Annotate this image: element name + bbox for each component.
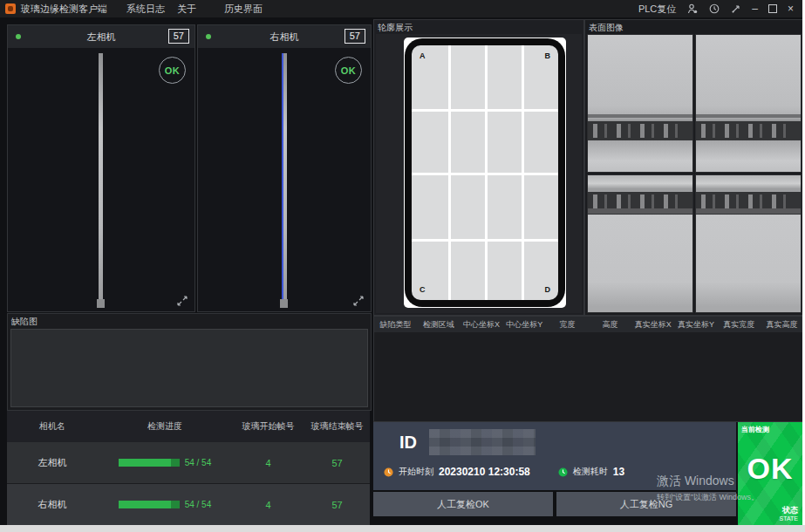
- manual-recheck-ok-button[interactable]: 人工复检OK: [373, 492, 553, 516]
- clock-icon[interactable]: [708, 3, 720, 15]
- camera-right-ok-badge: OK: [335, 57, 362, 84]
- col-height: 高度: [589, 319, 631, 331]
- camera-right-count: 57: [345, 29, 365, 44]
- surface-title: 表面图像: [589, 22, 624, 34]
- surface-image-grid: [587, 34, 802, 313]
- menu-about[interactable]: 关于: [177, 3, 196, 16]
- defect-table: 缺陷类型 检测区域 中心坐标X 中心坐标Y 宽度 高度 真实坐标X 真实坐标Y …: [373, 316, 804, 422]
- col-center-x: 中心坐标X: [460, 319, 502, 331]
- progress-value: 54 / 54: [185, 458, 212, 467]
- glass-outline: A B C D: [404, 38, 566, 308]
- camera-name: 右相机: [7, 498, 98, 511]
- resize-arrow-icon[interactable]: [730, 3, 741, 15]
- defect-image-body: [10, 329, 368, 407]
- id-value-masked: [429, 429, 536, 455]
- start-time-clock-icon: [384, 467, 393, 477]
- surface-image-panel: 表面图像: [584, 19, 804, 316]
- camera-left-header: 左相机 57: [8, 25, 194, 49]
- defect-image-panel: 缺陷图: [7, 313, 372, 411]
- progress-value: 54 / 54: [185, 500, 212, 509]
- plc-reset-button[interactable]: PLC复位: [638, 3, 676, 16]
- camera-table-header: 相机名 检测进度 玻璃开始帧号 玻璃结束帧号: [7, 411, 370, 442]
- progress-bar: [119, 459, 180, 467]
- col-progress: 检测进度: [98, 420, 232, 433]
- progress-bar: [119, 501, 180, 508]
- current-detection-label: 当前检测: [741, 425, 769, 434]
- verdict-value: OK: [738, 452, 802, 486]
- manual-recheck-ng-button[interactable]: 人工复检NG: [556, 492, 736, 516]
- camera-right-label: 右相机: [270, 31, 299, 44]
- user-settings-icon[interactable]: [686, 3, 698, 15]
- expand-icon[interactable]: [177, 296, 188, 306]
- id-label: ID: [399, 433, 417, 453]
- surface-image-top-left[interactable]: [587, 34, 693, 173]
- camera-panel-left: 左相机 57 OK: [7, 24, 195, 312]
- glass-edge-foot: [280, 299, 288, 308]
- corner-label-d: D: [545, 285, 551, 294]
- glass-edge-strip: [282, 53, 287, 303]
- app-window: 玻璃边缘检测客户端 系统日志 关于 历史界面 PLC复位 – × 左相机 57: [0, 0, 802, 525]
- result-info-panel: ID 开始时刻 20230210 12:30:58 检测耗时 13: [373, 422, 736, 490]
- col-center-y: 中心坐标Y: [503, 319, 546, 331]
- col-camera-name: 相机名: [7, 420, 98, 433]
- state-label-en: STATE: [779, 515, 798, 522]
- col-real-x: 真实坐标X: [631, 319, 674, 331]
- menu-history[interactable]: 历史界面: [224, 3, 263, 16]
- col-width: 宽度: [546, 319, 589, 331]
- glass-frame: A B C D: [405, 38, 565, 307]
- start-time-value: 20230210 12:30:58: [439, 466, 530, 478]
- defect-table-header: 缺陷类型 检测区域 中心坐标X 中心坐标Y 宽度 高度 真实坐标X 真实坐标Y …: [374, 317, 803, 332]
- glass-surface-grid: A B C D: [412, 45, 558, 300]
- table-row[interactable]: 右相机 54 / 54 4 57: [7, 484, 370, 525]
- surface-image-top-right[interactable]: [695, 34, 802, 173]
- end-frame-value: 57: [304, 500, 370, 510]
- table-row[interactable]: 左相机 54 / 54 4 57: [7, 442, 370, 483]
- col-real-height: 真实高度: [761, 319, 803, 331]
- camera-left-label: 左相机: [87, 31, 116, 44]
- glass-edge-foot: [97, 299, 105, 308]
- col-defect-type: 缺陷类型: [374, 319, 417, 331]
- camera-right-header: 右相机 57: [198, 25, 371, 49]
- contour-body[interactable]: A B C D: [376, 34, 582, 313]
- corner-label-c: C: [420, 285, 426, 294]
- verdict-panel: 当前检测 OK 状态 STATE: [738, 422, 802, 525]
- expand-icon[interactable]: [353, 296, 364, 306]
- camera-left-view[interactable]: OK: [8, 48, 194, 311]
- grid-line: [412, 239, 558, 242]
- start-frame-value: 4: [232, 458, 304, 468]
- col-real-width: 真实宽度: [718, 319, 761, 331]
- titlebar: 玻璃边缘检测客户端 系统日志 关于 历史界面 PLC复位 – ×: [0, 0, 802, 17]
- status-dot-icon: [206, 34, 211, 39]
- app-logo-icon: [5, 3, 16, 14]
- camera-left-count: 57: [168, 29, 189, 44]
- maximize-button[interactable]: [768, 4, 777, 13]
- elapsed-label: 检测耗时: [573, 466, 608, 478]
- camera-right-view[interactable]: OK: [198, 48, 371, 311]
- grid-line: [412, 173, 558, 175]
- camera-progress-table: 相机名 检测进度 玻璃开始帧号 玻璃结束帧号 左相机 54 / 54 4 57 …: [7, 411, 370, 525]
- glass-edge-strip: [99, 53, 103, 303]
- corner-label-a: A: [420, 51, 426, 60]
- camera-left-ok-badge: OK: [159, 57, 186, 84]
- manual-recheck-buttons: 人工复检OK 人工复检NG: [373, 492, 736, 516]
- surface-image-bottom-left[interactable]: [587, 174, 693, 313]
- screenshot-edge: [0, 525, 805, 532]
- camera-name: 左相机: [7, 456, 98, 469]
- col-start-frame: 玻璃开始帧号: [232, 420, 304, 433]
- window-title: 玻璃边缘检测客户端: [21, 3, 107, 16]
- contour-panel: 轮廓展示 A B C D: [373, 19, 584, 316]
- close-button[interactable]: ×: [788, 3, 794, 14]
- elapsed-value: 13: [613, 466, 624, 478]
- corner-label-b: B: [545, 51, 551, 60]
- menu-system-log[interactable]: 系统日志: [126, 3, 165, 16]
- col-detect-region: 检测区域: [417, 319, 460, 331]
- camera-panel-right: 右相机 57 OK: [197, 24, 372, 312]
- minimize-button[interactable]: –: [752, 3, 758, 14]
- col-real-y: 真实坐标Y: [674, 319, 717, 331]
- end-frame-value: 57: [304, 458, 370, 468]
- grid-line: [412, 109, 558, 112]
- contour-title: 轮廓展示: [378, 22, 413, 34]
- start-time-label: 开始时刻: [399, 466, 433, 478]
- start-frame-value: 4: [232, 500, 304, 510]
- surface-image-bottom-right[interactable]: [695, 174, 802, 313]
